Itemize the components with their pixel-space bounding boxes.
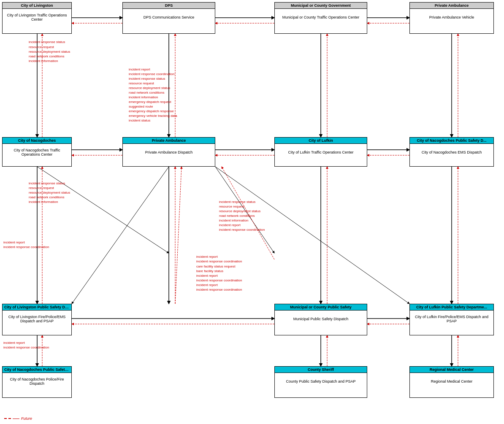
node-header-n12: City of Nacogdoches Public Safety D... [3, 367, 71, 373]
node-n1: City of LivingstonCity of Livingston Tra… [2, 2, 72, 34]
legend: Future [4, 416, 32, 421]
flow-label-30: incident response coordination [3, 245, 49, 249]
node-body-n12: City of Nacogdoches Police/Fire Dispatch [3, 373, 71, 390]
node-header-n11: City of Lufkin Public Safety Departme... [410, 304, 493, 311]
flow-label-23: resource request [219, 205, 244, 208]
node-n12: City of Nacogdoches Public Safety D...Ci… [2, 366, 72, 398]
node-body-n1: City of Livingston Traffic Operations Ce… [3, 9, 71, 26]
flow-label-11: incident information [129, 95, 158, 99]
flow-label-6: incident response coordination [129, 72, 175, 76]
flow-label-16: incident status [129, 119, 150, 122]
node-body-n10: Municipal Public Safety Dispatch [275, 311, 367, 327]
flow-label-29: incident report [3, 240, 25, 244]
node-body-n7: City of Lufkin Traffic Operations Center [275, 144, 367, 161]
flow-label-0: incident response status [29, 40, 65, 44]
node-body-n13: County Public Safety Dispatch and PSAP [275, 373, 367, 390]
node-body-n5: City of Nacogdoches Traffic Operations C… [3, 144, 71, 161]
node-n11: City of Lufkin Public Safety Departme...… [409, 304, 494, 335]
diagram-container: City of LivingstonCity of Livingston Tra… [0, 0, 504, 424]
flow-label-25: road network conditions [219, 214, 255, 218]
node-header-n1: City of Livingston [3, 3, 71, 9]
node-header-n4: Private Ambulance [410, 3, 493, 9]
node-n5: City of NacogdochesCity of Nacogdoches T… [2, 137, 72, 167]
node-n8: City of Nacogdoches Public Safety D...Ci… [409, 137, 494, 167]
node-header-n6: Private Ambulance [123, 138, 215, 144]
legend-future-label: Future [21, 416, 32, 421]
flow-label-18: resource request [29, 186, 54, 190]
flow-label-3: road network conditions [29, 54, 65, 58]
flow-label-2: resource deployment status [29, 50, 70, 54]
flow-label-12: emergency dispatch request [129, 100, 171, 104]
node-body-n14: Regional Medical Center [410, 373, 493, 390]
node-header-n2: DPS [123, 3, 215, 9]
flow-label-38: incident response coordination [196, 288, 242, 292]
flow-label-40: incident response coordination [3, 346, 49, 349]
flow-label-4: incident information [29, 59, 58, 63]
flow-label-19: resource deployment status [29, 191, 70, 194]
node-n10: Municipal or County Public SafetyMunicip… [274, 304, 367, 335]
flow-label-1: resource request [29, 45, 54, 49]
flow-label-36: incident response coordination [196, 278, 242, 282]
flow-label-14: emergency dispatch response [129, 109, 174, 113]
svg-line-39 [175, 167, 182, 304]
flow-label-32: incident response coordination [196, 259, 242, 263]
flow-label-34: bare facility status [196, 269, 223, 273]
node-n7: City of LufkinCity of Lufkin Traffic Ope… [274, 137, 367, 167]
node-header-n8: City of Nacogdoches Public Safety D... [410, 138, 493, 144]
node-body-n2: DPS Communications Service [123, 9, 215, 26]
flow-label-22: incident response status [219, 200, 255, 204]
node-body-n8: City of Nacogdoches EMS Dispatch [410, 144, 493, 161]
flow-label-35: incident report [196, 274, 218, 278]
flow-label-8: resource request [129, 81, 154, 85]
flow-label-17: incident response status [29, 181, 65, 185]
flow-label-37: incident report [196, 283, 218, 287]
flow-label-24: resource deployment status [219, 209, 260, 213]
node-n6: Private AmbulancePrivate Ambulance Dispa… [122, 137, 215, 167]
node-body-n11: City of Lufkin Fire/Police/EMS Dispatch … [410, 311, 493, 327]
flow-label-28: incident response coordination [219, 228, 265, 232]
node-header-n5: City of Nacogdoches [3, 138, 71, 144]
node-body-n4: Private Ambulance Vehicle [410, 9, 493, 26]
node-n13: County SheriffCounty Public Safety Dispa… [274, 366, 367, 398]
flow-label-33: care facility status request [196, 265, 235, 268]
node-n2: DPSDPS Communications Service [122, 2, 215, 34]
flow-label-20: road network conditions [29, 195, 65, 199]
flow-label-39: incident report [3, 341, 25, 345]
svg-line-43 [37, 167, 169, 253]
flow-label-7: incident response status [129, 77, 165, 81]
node-header-n10: Municipal or County Public Safety [275, 304, 367, 311]
node-n14: Regional Medical CenterRegional Medical … [409, 366, 494, 398]
flow-label-5: incident report [129, 68, 150, 71]
node-body-n9: City of Livingston Fire/Police/EMS Dispa… [3, 311, 71, 327]
flow-label-31: incident report [196, 255, 218, 259]
flow-label-21: incident information [29, 200, 58, 204]
flow-label-13: suggested route [129, 105, 153, 108]
flow-label-27: incident report [219, 223, 241, 227]
flow-label-26: incident information [219, 219, 248, 222]
svg-line-42 [215, 167, 409, 304]
node-header-n7: City of Lufkin [275, 138, 367, 144]
node-header-n13: County Sheriff [275, 367, 367, 373]
flow-label-10: road network conditions [129, 91, 165, 95]
node-n4: Private AmbulancePrivate Ambulance Vehic… [409, 2, 494, 34]
node-header-n9: City of Livingston Public Safety Depa... [3, 304, 71, 311]
node-header-n14: Regional Medical Center [410, 367, 493, 373]
svg-line-38 [72, 167, 169, 304]
flow-label-15: emergency vehicle tracking data [129, 114, 177, 118]
flow-label-9: resource deployment status [129, 86, 170, 90]
svg-line-41 [222, 167, 274, 259]
node-body-n6: Private Ambulance Dispatch [123, 144, 215, 161]
node-header-n3: Municipal or County Government [275, 3, 367, 9]
node-n9: City of Livingston Public Safety Depa...… [2, 304, 72, 335]
node-body-n3: Municipal or County Traffic Operations C… [275, 9, 367, 26]
node-n3: Municipal or County GovernmentMunicipal … [274, 2, 367, 34]
